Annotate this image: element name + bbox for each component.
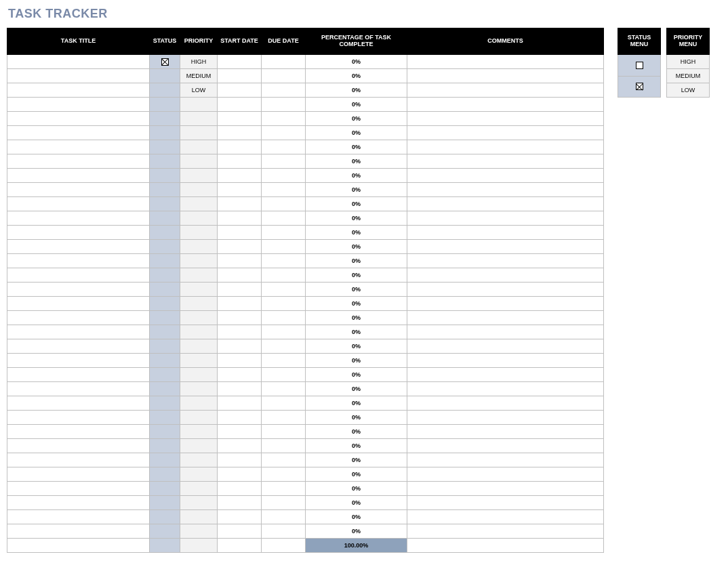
cell-status[interactable] bbox=[150, 268, 180, 283]
cell-pct-complete[interactable]: 0% bbox=[306, 524, 407, 539]
cell-start-date[interactable] bbox=[218, 311, 262, 325]
cell-start-date[interactable] bbox=[218, 183, 262, 197]
cell-start-date[interactable] bbox=[218, 496, 262, 510]
cell-task-title[interactable] bbox=[7, 183, 150, 197]
checkbox-icon[interactable] bbox=[161, 58, 169, 66]
cell-task-title[interactable] bbox=[7, 453, 150, 467]
cell-priority[interactable] bbox=[180, 524, 218, 539]
cell-due-date[interactable] bbox=[262, 211, 306, 226]
cell-pct-complete[interactable]: 0% bbox=[306, 467, 407, 482]
cell-priority[interactable] bbox=[180, 311, 218, 325]
cell-priority[interactable] bbox=[180, 154, 218, 169]
cell-comments[interactable] bbox=[407, 496, 604, 510]
cell-status[interactable] bbox=[150, 140, 180, 154]
cell-task-title[interactable] bbox=[7, 98, 150, 112]
cell-comments[interactable] bbox=[407, 283, 604, 297]
cell-due-date[interactable] bbox=[262, 240, 306, 254]
cell-task-title[interactable] bbox=[7, 283, 150, 297]
cell-comments[interactable] bbox=[407, 254, 604, 268]
cell-task-title[interactable] bbox=[7, 112, 150, 126]
cell-start-date[interactable] bbox=[218, 211, 262, 226]
cell-pct-complete[interactable]: 0% bbox=[306, 69, 407, 83]
cell-pct-complete[interactable]: 0% bbox=[306, 197, 407, 211]
cell-due-date[interactable] bbox=[262, 112, 306, 126]
cell-pct-complete[interactable]: 0% bbox=[306, 126, 407, 140]
cell-pct-complete[interactable]: 0% bbox=[306, 254, 407, 268]
cell-task-title[interactable] bbox=[7, 325, 150, 339]
cell-status[interactable] bbox=[150, 240, 180, 254]
cell-priority[interactable] bbox=[180, 126, 218, 140]
cell-priority[interactable] bbox=[180, 140, 218, 154]
cell-priority[interactable] bbox=[180, 283, 218, 297]
cell-pct-complete[interactable]: 0% bbox=[306, 98, 407, 112]
priority-menu-option[interactable]: LOW bbox=[667, 83, 710, 98]
cell-status[interactable] bbox=[150, 467, 180, 482]
cell-start-date[interactable] bbox=[218, 354, 262, 368]
cell-start-date[interactable] bbox=[218, 55, 262, 69]
cell-start-date[interactable] bbox=[218, 268, 262, 283]
cell-status[interactable] bbox=[150, 354, 180, 368]
cell-task-title[interactable] bbox=[7, 496, 150, 510]
cell-priority[interactable] bbox=[180, 254, 218, 268]
cell-status[interactable] bbox=[150, 254, 180, 268]
cell-due-date[interactable] bbox=[262, 425, 306, 439]
cell-status[interactable] bbox=[150, 297, 180, 311]
cell-comments[interactable] bbox=[407, 339, 604, 354]
cell-status[interactable] bbox=[150, 325, 180, 339]
cell-due-date[interactable] bbox=[262, 453, 306, 467]
cell-priority[interactable] bbox=[180, 339, 218, 354]
cell-due-date[interactable] bbox=[262, 354, 306, 368]
cell-status[interactable] bbox=[150, 169, 180, 183]
cell-priority[interactable] bbox=[180, 425, 218, 439]
cell-status[interactable] bbox=[150, 311, 180, 325]
cell-comments[interactable] bbox=[407, 126, 604, 140]
cell-comments[interactable] bbox=[407, 183, 604, 197]
cell-pct-complete[interactable]: 0% bbox=[306, 425, 407, 439]
cell-due-date[interactable] bbox=[262, 339, 306, 354]
cell-pct-complete[interactable]: 0% bbox=[306, 83, 407, 98]
priority-menu-option[interactable]: HIGH bbox=[667, 55, 710, 69]
cell-due-date[interactable] bbox=[262, 126, 306, 140]
cell-task-title[interactable] bbox=[7, 83, 150, 98]
cell-comments[interactable] bbox=[407, 83, 604, 98]
cell-due-date[interactable] bbox=[262, 368, 306, 382]
cell-comments[interactable] bbox=[407, 297, 604, 311]
cell-task-title[interactable] bbox=[7, 439, 150, 453]
cell-due-date[interactable] bbox=[262, 183, 306, 197]
cell-pct-complete[interactable]: 0% bbox=[306, 112, 407, 126]
cell-priority[interactable] bbox=[180, 169, 218, 183]
cell-task-title[interactable] bbox=[7, 311, 150, 325]
cell-pct-complete[interactable]: 0% bbox=[306, 226, 407, 240]
cell-priority[interactable] bbox=[180, 411, 218, 425]
cell-comments[interactable] bbox=[407, 112, 604, 126]
cell-pct-complete[interactable]: 0% bbox=[306, 154, 407, 169]
cell-due-date[interactable] bbox=[262, 496, 306, 510]
cell-priority[interactable] bbox=[180, 211, 218, 226]
cell-due-date[interactable] bbox=[262, 439, 306, 453]
cell-start-date[interactable] bbox=[218, 482, 262, 496]
cell-comments[interactable] bbox=[407, 396, 604, 411]
cell-priority[interactable]: MEDIUM bbox=[180, 69, 218, 83]
cell-start-date[interactable] bbox=[218, 325, 262, 339]
cell-comments[interactable] bbox=[407, 154, 604, 169]
cell-start-date[interactable] bbox=[218, 453, 262, 467]
cell-task-title[interactable] bbox=[7, 211, 150, 226]
cell-due-date[interactable] bbox=[262, 69, 306, 83]
cell-start-date[interactable] bbox=[218, 69, 262, 83]
cell-start-date[interactable] bbox=[218, 254, 262, 268]
cell-start-date[interactable] bbox=[218, 140, 262, 154]
cell-comments[interactable] bbox=[407, 69, 604, 83]
cell-status[interactable] bbox=[150, 382, 180, 396]
cell-task-title[interactable] bbox=[7, 396, 150, 411]
cell-status[interactable] bbox=[150, 197, 180, 211]
cell-start-date[interactable] bbox=[218, 240, 262, 254]
cell-priority[interactable] bbox=[180, 439, 218, 453]
cell-status[interactable] bbox=[150, 396, 180, 411]
cell-status[interactable] bbox=[150, 411, 180, 425]
cell-start-date[interactable] bbox=[218, 382, 262, 396]
cell-start-date[interactable] bbox=[218, 126, 262, 140]
cell-due-date[interactable] bbox=[262, 83, 306, 98]
cell-status[interactable] bbox=[150, 439, 180, 453]
cell-priority[interactable] bbox=[180, 368, 218, 382]
priority-menu-option[interactable]: MEDIUM bbox=[667, 69, 710, 83]
